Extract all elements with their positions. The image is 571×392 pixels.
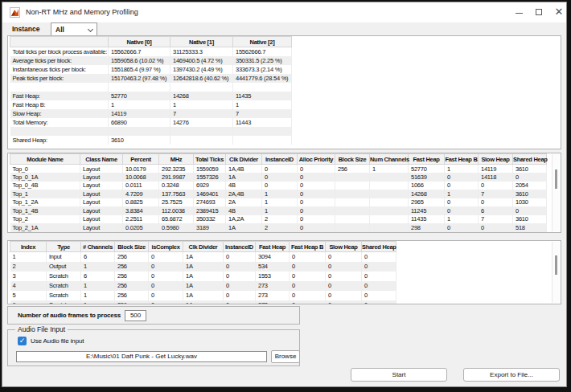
- table-row[interactable]: Fast Heap B:111: [10, 100, 292, 109]
- cell: 0: [298, 223, 335, 232]
- cell: 0: [513, 173, 547, 182]
- cell: Scratch: [47, 300, 81, 305]
- table-row[interactable]: [10, 127, 292, 136]
- column-header: Fast Heap: [256, 242, 290, 252]
- column-header: Clk Divider: [226, 154, 262, 165]
- table-row[interactable]: 3Scratch625601A01553000: [10, 272, 396, 281]
- cell: 1557326: [194, 173, 226, 182]
- cell: [370, 215, 409, 224]
- cell: 0: [224, 272, 256, 281]
- column-header: Clk Divider: [183, 242, 224, 252]
- cell: 7: [479, 190, 513, 198]
- scrollbar-thumb[interactable]: [555, 255, 557, 275]
- cell: Layout: [80, 223, 123, 232]
- cell: 6: [81, 272, 115, 281]
- use-audio-file-checkbox[interactable]: ✓: [18, 337, 27, 345]
- cell: 0: [149, 281, 183, 291]
- cell: 0: [290, 300, 326, 305]
- table-row[interactable]: Shared Heap:3610: [10, 136, 292, 145]
- app-icon: [10, 7, 20, 18]
- column-header: Native [0]: [109, 37, 170, 47]
- cell: Top_2_1A: [10, 223, 80, 232]
- maximize-button[interactable]: [528, 2, 549, 22]
- table-row[interactable]: 1Input625601A03094000: [10, 252, 396, 262]
- table-row[interactable]: Instantaneous ticks per block:1551865.4 …: [10, 65, 292, 74]
- cell: 0: [149, 262, 183, 272]
- table-row[interactable]: Top_0_4BLayout0.01110.324869294B00106600…: [10, 182, 547, 190]
- cell: 0: [298, 190, 335, 198]
- table-row[interactable]: Average ticks per block:1559058.6 (10.02…: [10, 56, 292, 65]
- cell: 1A: [226, 223, 262, 232]
- cell: 1A,2A: [226, 215, 262, 224]
- cell: 2A,4B: [226, 190, 262, 198]
- audio-file-path-input[interactable]: E:\Music\01 Daft Punk - Get Lucky.wav: [16, 351, 267, 362]
- cell: 52770: [109, 92, 170, 100]
- cell: 0: [326, 291, 362, 300]
- cell: 0: [362, 300, 396, 305]
- table-row[interactable]: Top_0Layout10.0179292.323515590591A,4B00…: [10, 165, 547, 174]
- table-row[interactable]: Top_1Layout4.7209137.756314694012A,4B101…: [10, 190, 547, 198]
- cell: 3094: [256, 252, 290, 262]
- table-row[interactable]: 6Scratch125601A0273000: [10, 300, 396, 305]
- table-row[interactable]: 4Scratch125601A0273000: [10, 281, 396, 291]
- cell: 6: [479, 206, 513, 215]
- table-row[interactable]: 5Scratch125601A0273000: [10, 291, 396, 300]
- table-row[interactable]: Slow Heap:1411977: [10, 109, 292, 118]
- table-header-row: Native [0]Native [1]Native [2]: [10, 37, 292, 47]
- start-button[interactable]: Start: [351, 368, 447, 382]
- column-header: Native [2]: [233, 37, 292, 47]
- cell: 1A: [183, 291, 224, 300]
- cell: 0.0111: [123, 182, 159, 190]
- table-row[interactable]: Peak ticks per block:15170463.2 (97.48 %…: [10, 74, 292, 83]
- browse-button[interactable]: Browse: [271, 350, 300, 363]
- table-row[interactable]: Top_2_1ALayout0.02050.598031891A20298005…: [10, 223, 547, 232]
- cell: 1: [262, 190, 298, 198]
- cell: 256: [115, 291, 149, 300]
- cell: 0: [262, 173, 298, 182]
- cell: Output: [47, 262, 81, 272]
- cell: 14268: [170, 92, 233, 100]
- cell: 1: [81, 281, 115, 291]
- column-header: Fast Heap B: [445, 154, 479, 165]
- cell: 1066: [409, 182, 445, 190]
- cell: 0: [298, 198, 335, 207]
- table-row[interactable]: Fast Heap:527701426811435: [10, 92, 292, 100]
- cell: Layout: [80, 182, 123, 190]
- cell: 0.0205: [123, 223, 159, 232]
- cell: 0: [224, 281, 256, 291]
- cell: 274693: [194, 198, 226, 207]
- vertical-scrollbar[interactable]: [552, 154, 560, 231]
- table-row[interactable]: Top_2Layout2.251165.68723503321A,2A20114…: [10, 215, 547, 224]
- cell: Layout: [80, 198, 123, 207]
- table-row[interactable]: Total ticks per block process available:…: [10, 47, 292, 56]
- close-icon: ✕: [555, 6, 564, 18]
- frames-input[interactable]: 500: [125, 310, 146, 321]
- table-row[interactable]: Total Memory:668901427611443: [10, 118, 292, 127]
- cell: [170, 127, 233, 136]
- table-row[interactable]: 2Output125601A0534000: [10, 262, 396, 272]
- cell: Total ticks per block process available:: [10, 47, 109, 56]
- table-row[interactable]: Top_1_2ALayout0.882525.75252746932A10296…: [10, 198, 547, 207]
- cell: 0: [362, 252, 396, 262]
- vertical-scrollbar[interactable]: [552, 242, 560, 303]
- cell: 1: [233, 100, 292, 109]
- cell: Total Memory:: [10, 118, 109, 127]
- close-button[interactable]: ✕: [548, 2, 567, 22]
- cell: 0: [224, 262, 256, 272]
- cell: 52770: [409, 165, 445, 174]
- cell: 0: [326, 272, 362, 281]
- column-header: Alloc Priority: [298, 154, 335, 165]
- scrollbar-thumb[interactable]: [555, 169, 557, 189]
- cell: 15562666.7: [233, 47, 292, 56]
- column-header: Slow Heap: [326, 242, 362, 252]
- column-header: Type: [47, 242, 81, 252]
- export-button[interactable]: Export to File...: [463, 368, 560, 382]
- table-row[interactable]: Top_1_4BLayout3.8384112.003823894154B101…: [10, 206, 547, 215]
- cell: Layout: [80, 190, 123, 198]
- cell: [233, 127, 292, 136]
- table-row[interactable]: Top_0_1ALayout10.0068291.998715573261A00…: [10, 173, 547, 182]
- instance-dropdown[interactable]: All: [51, 22, 97, 36]
- cell: 350332: [194, 215, 226, 224]
- table-row[interactable]: [10, 83, 292, 92]
- minimize-button[interactable]: [508, 2, 529, 22]
